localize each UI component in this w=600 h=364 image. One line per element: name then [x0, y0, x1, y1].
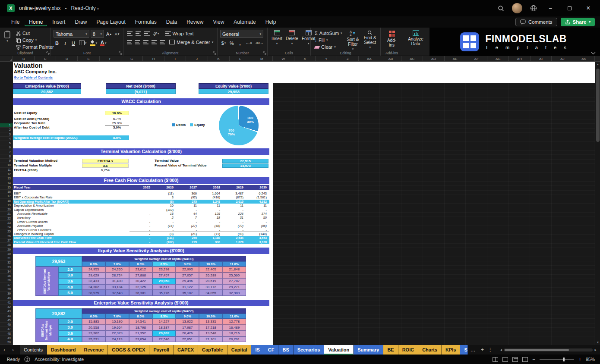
ev-sens-value-cell[interactable]: 19,548 [199, 330, 222, 336]
row-header-12[interactable]: 12 [0, 172, 13, 176]
equity-sens-col-header-8-0[interactable]: 8.0% [129, 261, 152, 267]
fcf-cell-2027[interactable]: - [176, 208, 199, 212]
copy-button[interactable]: Copy▾ [15, 37, 55, 44]
fcf-cell-2026[interactable]: 10 [153, 204, 176, 207]
currency-format-button[interactable]: $▾ [220, 39, 227, 47]
equity-sens-value-cell[interactable]: 24,265 [105, 267, 129, 273]
zoom-slider-thumb[interactable] [563, 358, 565, 361]
fcf-cell-2029[interactable]: (872) [223, 195, 246, 199]
row-header-45[interactable]: 45 [0, 318, 13, 323]
wacc-value-corporate-tax-rate[interactable]: 25.0% [105, 121, 129, 126]
fcf-cell-2027[interactable]: 11 [176, 204, 199, 207]
fcf-cell-2030[interactable]: (1,561) [246, 195, 269, 199]
fcf-cell-2026[interactable]: 2 [153, 216, 176, 220]
sheet-tab-captable[interactable]: CapTable [198, 345, 227, 355]
equity-sens-value-cell[interactable]: 35,187 [176, 290, 199, 296]
bold-button[interactable]: B [54, 39, 60, 47]
equity-sens-value-cell[interactable]: 27,057 [176, 273, 199, 279]
row-header-38[interactable]: 38 [0, 287, 13, 292]
fcf-cell-2028[interactable]: 18 [199, 216, 223, 220]
fcf-cell-2029[interactable]: 11 [223, 204, 246, 207]
equity-sens-value-cell[interactable]: 25,560 [223, 273, 246, 279]
equity-sens-value-cell[interactable]: 28,724 [105, 273, 129, 279]
percent-format-button[interactable]: % [228, 39, 235, 47]
equity-sens-value-cell[interactable]: 37,643 [105, 290, 129, 296]
tab-scroll-right[interactable]: › [9, 345, 17, 355]
horizontal-scrollbar[interactable] [504, 348, 593, 351]
fcf-cell-2027[interactable]: (21) [176, 232, 199, 236]
equity-sens-corner-value[interactable]: 29,953 [35, 256, 82, 267]
sheet-tab-revenue[interactable]: Revenue [80, 345, 108, 355]
row-header-33[interactable]: 33 [0, 265, 13, 270]
column-header-AE[interactable]: AE [445, 56, 466, 62]
menu-tab-page-layout[interactable]: Page Layout [92, 18, 129, 26]
terminal-banner[interactable]: Terminal Valuation Calculation ($'000) [13, 148, 269, 155]
fcf-cell-2028[interactable]: 1,248 [199, 200, 223, 204]
more-sheets-button[interactable]: … [468, 345, 477, 355]
equity-sens-value-cell[interactable]: 21,848 [223, 267, 246, 273]
row-header-6[interactable]: 6 [0, 145, 13, 150]
equity-sens-value-cell[interactable]: 32,125 [129, 284, 152, 290]
row-header-37[interactable]: 37 [0, 283, 13, 287]
sheet-tab-payroll[interactable]: Payroll [149, 345, 174, 355]
ev-sens-col-header-8-0[interactable]: 8.0% [129, 314, 152, 319]
row-header-41[interactable]: 41 [0, 301, 13, 305]
row-header-21[interactable]: 21 [0, 212, 13, 216]
fcf-banner[interactable]: Free Cash Flow Calculation ($'000) [13, 177, 269, 184]
sheet-tab-scenarios[interactable]: Scenarios [294, 345, 325, 355]
fcf-row-ebit-x-corporate-tax-rate[interactable]: EBIT x Corporate Tax Rate3(92)(416)(872)… [13, 195, 269, 199]
collapse-ribbon-icon[interactable] [591, 52, 596, 55]
equity-sens-multiple-3-0[interactable]: 3.0 [58, 273, 82, 279]
hscroll-left-arrow[interactable]: ◂ [500, 348, 502, 352]
ev-sens-value-cell[interactable]: 22,329 [105, 330, 129, 336]
ev-sens-multiple-2-0[interactable]: 2.0 [58, 319, 82, 325]
row-header-44[interactable]: 44 [0, 314, 13, 318]
fcf-cell-2025[interactable]: - [129, 236, 153, 240]
vertical-scroll-thumb[interactable] [596, 69, 600, 142]
fcf-cell-2025[interactable]: - [129, 220, 153, 224]
align-top-button[interactable] [126, 30, 133, 37]
font-size-select[interactable]: 8▾ [91, 30, 104, 38]
fcf-cell-2026[interactable]: (3) [153, 232, 176, 236]
fcf-cell-2028[interactable]: 930 [199, 240, 223, 244]
fiscal-year-row[interactable]: Fiscal Year202520262027202820292030 [13, 185, 269, 190]
column-header-AF[interactable]: AF [466, 56, 488, 62]
column-header-H[interactable]: H [143, 56, 164, 62]
font-dialog-launcher[interactable] [119, 51, 122, 55]
equity-sens-banner[interactable]: Equity Value Sensitivity Analysis ($'000… [13, 248, 269, 254]
column-header-AJ[interactable]: AJ [552, 56, 573, 62]
equity-sens-value-cell[interactable]: 23,612 [129, 267, 152, 273]
row-header-23[interactable]: 23 [0, 221, 13, 225]
fcf-row-unlevered-free-cash-flow[interactable]: Unlevered Free Cash Flow-(111)2651,1882,… [13, 236, 269, 240]
font-family-select[interactable]: Tahoma▾ [54, 30, 89, 38]
row-header-25[interactable]: 25 [0, 229, 13, 234]
fcf-cell-2025[interactable]: - [129, 216, 153, 220]
ev-sens-value-cell[interactable]: 13,335 [199, 319, 222, 325]
display-settings-icon[interactable] [493, 357, 498, 362]
column-header-D[interactable]: D [56, 56, 78, 62]
equity-sens-value-cell[interactable]: 27,868 [129, 273, 152, 279]
fcf-cell-2029[interactable]: 1,828 [223, 240, 246, 244]
ev-sens-value-cell[interactable]: 18,798 [129, 325, 152, 331]
alignment-dialog-launcher[interactable] [213, 51, 216, 55]
column-header-M[interactable]: M [251, 56, 273, 62]
equity-sens-value-cell[interactable]: 28,619 [199, 278, 222, 284]
ev-sens-value-cell[interactable]: 12,778 [223, 319, 246, 325]
fcf-cell-2030[interactable]: - [246, 208, 269, 212]
format-painter-button[interactable]: Format Painter [15, 44, 55, 50]
equity-sens-col-header-9-0[interactable]: 9.0% [176, 261, 199, 267]
column-header-W[interactable]: W [273, 56, 294, 62]
equity-sens-col-header-6-0[interactable]: 6.0% [82, 261, 105, 267]
normal-view-button[interactable] [502, 357, 508, 362]
fcf-row-net-operating-profit-after-tax-nopat[interactable]: Net Operating Profit After Tax (NOPAT)(8… [13, 200, 269, 204]
column-header-Z[interactable]: Z [337, 56, 359, 62]
sort-filter-button[interactable]: AZ▼ Sort & Filter▾ [345, 30, 361, 50]
autosum-button[interactable]: ΣAutoSum▾ [313, 30, 344, 37]
row-header-36[interactable]: 36 [0, 278, 13, 282]
fcf-row-present-value-of-unlevered-free-cash-flow[interactable]: Present Value of Unlevered Free Cash Flo… [13, 240, 269, 244]
merge-center-button[interactable]: Merge & Center▾ [168, 39, 215, 46]
column-header-AA[interactable]: AA [359, 56, 380, 62]
row-header-39[interactable]: 39 [0, 292, 13, 296]
find-select-button[interactable]: Find & Select▾ [362, 30, 378, 50]
wacc-value-cost-of-debt-pre-tax[interactable]: 6.7% [105, 117, 129, 121]
